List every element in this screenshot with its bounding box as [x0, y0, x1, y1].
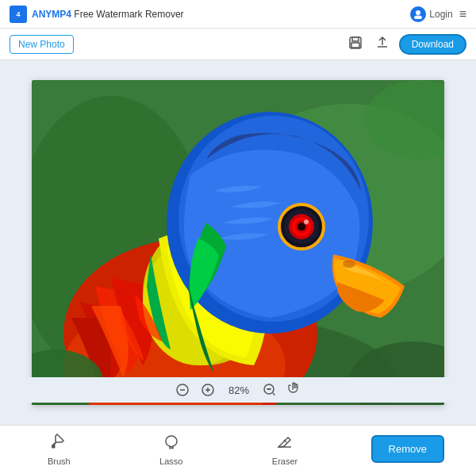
eraser-tool[interactable]: Eraser — [256, 430, 313, 467]
main-content: 82% — [0, 60, 476, 425]
lasso-label: Lasso — [159, 456, 182, 466]
svg-point-23 — [343, 260, 355, 268]
lasso-tool[interactable]: Lasso — [144, 430, 198, 467]
lasso-icon — [163, 433, 180, 454]
zoom-level: 82% — [225, 384, 253, 396]
brush-tool[interactable]: Brush — [32, 430, 86, 467]
brush-icon — [50, 433, 67, 454]
zoom-bar: 82% — [0, 377, 476, 403]
svg-rect-3 — [352, 37, 359, 41]
remove-button[interactable]: Remove — [371, 435, 444, 463]
share-icon-button[interactable] — [372, 34, 393, 55]
toolbar-right: Download — [345, 34, 466, 55]
eraser-icon — [276, 433, 294, 454]
title-bar: 4 ANYMP4 Free Watermark Remover Login ≡ — [0, 0, 476, 29]
user-avatar-icon — [410, 6, 426, 22]
zoom-prev-button[interactable] — [174, 381, 191, 399]
login-area[interactable]: Login — [410, 6, 452, 22]
app-logo: 4 — [10, 6, 27, 23]
svg-point-1 — [414, 15, 422, 19]
save-icon-button[interactable] — [345, 34, 366, 55]
svg-point-20 — [298, 223, 305, 231]
hand-tool-button[interactable] — [286, 380, 302, 399]
svg-rect-4 — [351, 43, 359, 48]
bottom-bar: Brush Lasso Eraser Remove — [0, 425, 476, 466]
zoom-next-button[interactable] — [199, 381, 217, 399]
eraser-label: Eraser — [272, 456, 298, 466]
new-photo-button[interactable]: New Photo — [10, 35, 74, 54]
image-container — [32, 80, 444, 405]
zoom-minus-button[interactable] — [261, 381, 278, 399]
app-branding: 4 ANYMP4 Free Watermark Remover — [10, 6, 184, 23]
download-button[interactable]: Download — [399, 34, 466, 55]
app-title: ANYMP4 Free Watermark Remover — [32, 9, 184, 20]
menu-icon[interactable]: ≡ — [459, 7, 466, 21]
svg-point-31 — [52, 445, 55, 448]
svg-point-21 — [304, 220, 309, 224]
title-bar-right: Login ≡ — [410, 6, 466, 22]
svg-point-0 — [416, 10, 420, 15]
parrot-image — [32, 80, 444, 405]
brush-label: Brush — [48, 456, 71, 466]
toolbar: New Photo Download — [0, 29, 476, 60]
login-label[interactable]: Login — [429, 9, 452, 20]
